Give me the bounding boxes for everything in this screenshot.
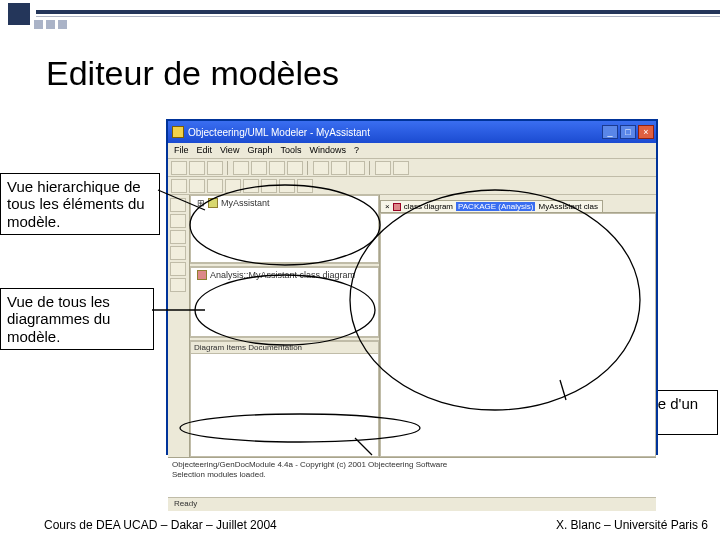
editor-area: × class diagram PACKAGE (Analysis) MyAss… bbox=[380, 195, 656, 457]
toolbar-button[interactable] bbox=[375, 161, 391, 175]
deco-square-dark bbox=[8, 3, 30, 25]
toolbar-button[interactable] bbox=[297, 179, 313, 193]
toolbar-button[interactable] bbox=[189, 161, 205, 175]
toolbar-2 bbox=[168, 177, 656, 195]
toolbar-button[interactable] bbox=[233, 161, 249, 175]
console-line: Selection modules loaded. bbox=[172, 470, 652, 480]
toolbar-button[interactable] bbox=[261, 179, 277, 193]
deco-line-thick bbox=[36, 10, 720, 14]
menu-tools[interactable]: Tools bbox=[280, 145, 301, 156]
toolbar-button[interactable] bbox=[189, 179, 205, 193]
toolbar-button[interactable] bbox=[279, 179, 295, 193]
hierarchy-pane: ⊞ MyAssistant bbox=[190, 195, 379, 263]
toolbar-button[interactable] bbox=[251, 161, 267, 175]
deco-square bbox=[58, 20, 67, 29]
toolbar-button[interactable] bbox=[243, 179, 259, 193]
callout-diagrams: Vue de tous les diagrammes du modèle. bbox=[0, 288, 154, 350]
deco-square bbox=[34, 20, 43, 29]
list-item-label: Analysis::MyAssistant class diagram bbox=[210, 270, 355, 280]
app-titlebar: Objecteering/UML Modeler - MyAssistant _… bbox=[168, 121, 656, 143]
sidebar-tool-button[interactable] bbox=[170, 262, 186, 276]
toolbar-separator bbox=[307, 161, 309, 175]
toolbar-button[interactable] bbox=[171, 179, 187, 193]
sidebar-tool-button[interactable] bbox=[170, 246, 186, 260]
toolbar-button[interactable] bbox=[331, 161, 347, 175]
items-pane: Diagram Items Documentation bbox=[190, 341, 379, 457]
diagram-icon bbox=[393, 203, 401, 211]
tree-item[interactable]: ⊞ MyAssistant bbox=[191, 196, 378, 210]
sidebar-tool-button[interactable] bbox=[170, 278, 186, 292]
toolbar-button[interactable] bbox=[313, 161, 329, 175]
console-pane: Objecteering/GenDocModule 4.4a - Copyrig… bbox=[168, 457, 656, 497]
tab-sublabel: PACKAGE (Analysis) bbox=[456, 202, 535, 211]
document-tabbar: × class diagram PACKAGE (Analysis) MyAss… bbox=[380, 195, 656, 213]
menu-view[interactable]: View bbox=[220, 145, 239, 156]
toolbar-button[interactable] bbox=[269, 161, 285, 175]
minimize-button[interactable]: _ bbox=[602, 125, 618, 139]
toolbar-button[interactable] bbox=[171, 161, 187, 175]
sidebar-tool-button[interactable] bbox=[170, 198, 186, 212]
sidebar-tool-button[interactable] bbox=[170, 230, 186, 244]
toolbar-separator bbox=[369, 161, 371, 175]
document-tab[interactable]: × class diagram PACKAGE (Analysis) MyAss… bbox=[380, 200, 603, 212]
toolbar-button[interactable] bbox=[393, 161, 409, 175]
slide-top-decoration bbox=[0, 0, 720, 32]
toolbar-separator bbox=[227, 161, 229, 175]
console-line: Objecteering/GenDocModule 4.4a - Copyrig… bbox=[172, 460, 652, 470]
tab-sublabel2: MyAssistant clas bbox=[538, 202, 598, 211]
menu-help[interactable]: ? bbox=[354, 145, 359, 156]
toolbar-button[interactable] bbox=[287, 161, 303, 175]
footer-right: X. Blanc – Université Paris 6 bbox=[556, 518, 708, 532]
maximize-button[interactable]: □ bbox=[620, 125, 636, 139]
menu-file[interactable]: File bbox=[174, 145, 189, 156]
menu-edit[interactable]: Edit bbox=[197, 145, 213, 156]
left-panels: ⊞ MyAssistant Analysis::MyAssistant clas… bbox=[190, 195, 380, 457]
close-button[interactable]: × bbox=[638, 125, 654, 139]
close-icon[interactable]: × bbox=[385, 202, 390, 211]
statusbar: Ready bbox=[168, 497, 656, 511]
app-title: Objecteering/UML Modeler - MyAssistant bbox=[188, 127, 370, 138]
toolbar-button[interactable] bbox=[349, 161, 365, 175]
tree-item-label: MyAssistant bbox=[221, 198, 270, 208]
lower-tabs[interactable]: Diagram Items Documentation bbox=[191, 342, 378, 354]
menubar: File Edit View Graph Tools Windows ? bbox=[168, 143, 656, 159]
tab-label: class diagram bbox=[404, 202, 453, 211]
deco-square bbox=[46, 20, 55, 29]
diagram-icon bbox=[197, 270, 207, 280]
expand-icon[interactable]: ⊞ bbox=[197, 198, 205, 208]
app-icon bbox=[172, 126, 184, 138]
deco-line-thin bbox=[36, 16, 720, 17]
menu-windows[interactable]: Windows bbox=[309, 145, 346, 156]
package-icon bbox=[208, 198, 218, 208]
app-body: ⊞ MyAssistant Analysis::MyAssistant clas… bbox=[168, 195, 656, 457]
menu-graph[interactable]: Graph bbox=[247, 145, 272, 156]
diagrams-pane: Analysis::MyAssistant class diagram bbox=[190, 267, 379, 337]
page-title: Editeur de modèles bbox=[46, 54, 339, 93]
callout-hierarchy: Vue hierarchique de tous les éléments du… bbox=[0, 173, 160, 235]
toolbar-button[interactable] bbox=[225, 179, 241, 193]
status-text: Ready bbox=[174, 499, 197, 508]
toolbar-button[interactable] bbox=[207, 179, 223, 193]
diagram-canvas[interactable] bbox=[380, 213, 656, 457]
app-window: Objecteering/UML Modeler - MyAssistant _… bbox=[166, 119, 658, 455]
toolbar-button[interactable] bbox=[207, 161, 223, 175]
footer-left: Cours de DEA UCAD – Dakar – Juillet 2004 bbox=[44, 518, 277, 532]
sidebar-tool-button[interactable] bbox=[170, 214, 186, 228]
toolbar-1 bbox=[168, 159, 656, 177]
left-toolstrip bbox=[168, 195, 190, 457]
list-item[interactable]: Analysis::MyAssistant class diagram bbox=[191, 268, 378, 282]
